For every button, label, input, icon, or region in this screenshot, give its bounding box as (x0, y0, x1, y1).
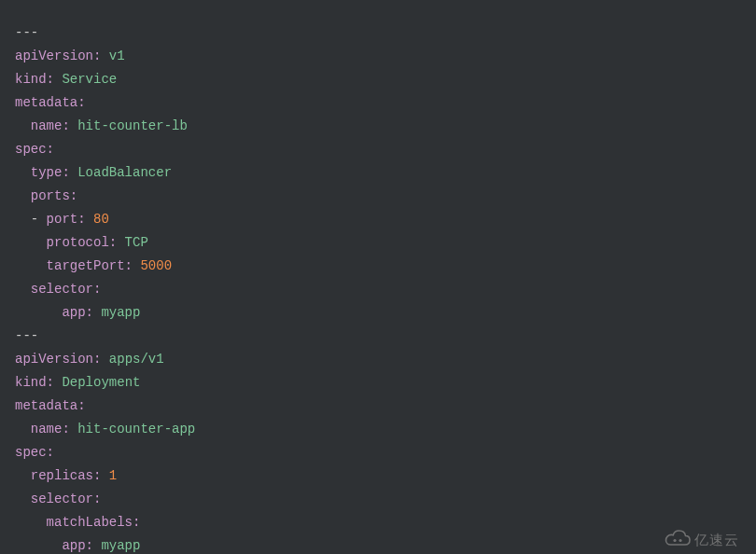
code-block: ---apiVersion: v1kind: Servicemetadata: … (15, 21, 195, 554)
code-token: myapp (93, 305, 140, 320)
code-token: LoadBalancer (70, 165, 172, 180)
code-token: app: (15, 538, 93, 553)
code-token: apps/v1 (101, 352, 163, 367)
code-line: protocol: TCP (15, 231, 195, 255)
code-line: matchLabels: (15, 511, 195, 534)
code-token: 1 (101, 468, 117, 483)
code-token: ports: (15, 188, 77, 203)
code-token: targetPort: (15, 258, 133, 273)
code-token: TCP (117, 235, 148, 250)
code-token: name: (15, 422, 70, 436)
code-line: kind: Deployment (15, 371, 195, 395)
code-token: 80 (86, 212, 109, 227)
watermark: 亿速云 (665, 528, 749, 550)
watermark-text: 亿速云 (694, 528, 739, 551)
code-line: apiVersion: v1 (15, 45, 195, 68)
code-line: ports: (15, 185, 195, 208)
code-line: metadata: (15, 91, 195, 115)
svg-point-1 (679, 539, 681, 542)
code-token: apiVersion: (15, 48, 101, 63)
code-token: --- (15, 328, 38, 343)
code-line: selector: (15, 488, 195, 511)
code-token: selector: (15, 492, 101, 506)
code-token: name: (15, 118, 70, 133)
svg-point-0 (673, 539, 676, 542)
code-token: selector: (15, 282, 101, 297)
code-token: spec: (15, 445, 54, 460)
code-token: --- (15, 25, 38, 40)
code-line: app: myapp (15, 301, 195, 325)
code-token: hit-counter-lb (70, 118, 188, 133)
code-token: myapp (93, 538, 140, 553)
code-token: kind: (15, 375, 54, 390)
code-line: apiVersion: apps/v1 (15, 348, 195, 371)
code-token: v1 (101, 48, 124, 63)
code-line: replicas: 1 (15, 464, 195, 488)
code-line: name: hit-counter-lb (15, 115, 195, 138)
cloud-icon (665, 530, 691, 548)
code-line: - port: 80 (15, 208, 195, 231)
code-token: - (15, 212, 47, 227)
code-line: app: myapp (15, 534, 195, 554)
code-line: spec: (15, 138, 195, 161)
code-token: port: (47, 212, 86, 227)
code-token: hit-counter-app (70, 422, 195, 436)
code-line: selector: (15, 278, 195, 301)
code-line: name: hit-counter-app (15, 418, 195, 441)
code-line: --- (15, 21, 195, 45)
code-token: apiVersion: (15, 352, 101, 367)
code-token: 5000 (133, 258, 172, 273)
code-token: metadata: (15, 95, 86, 110)
code-token: protocol: (15, 235, 117, 250)
code-token: type: (15, 165, 70, 180)
code-token: app: (15, 305, 93, 320)
code-token: matchLabels: (15, 515, 140, 530)
code-token: Service (54, 72, 117, 87)
code-line: spec: (15, 441, 195, 464)
code-line: kind: Service (15, 68, 195, 91)
code-token: kind: (15, 72, 54, 87)
code-token: Deployment (54, 375, 140, 390)
code-line: targetPort: 5000 (15, 255, 195, 278)
code-line: --- (15, 325, 195, 348)
code-token: replicas: (15, 468, 101, 483)
code-line: metadata: (15, 395, 195, 418)
code-line: type: LoadBalancer (15, 161, 195, 185)
code-token: spec: (15, 142, 54, 157)
code-token: metadata: (15, 398, 86, 413)
